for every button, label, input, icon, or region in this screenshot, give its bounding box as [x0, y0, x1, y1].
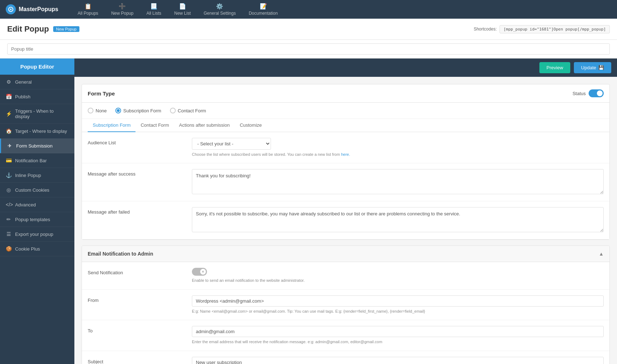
shortcode-value[interactable]: [mpp_popup id="1681"]Open popup[/mpp_pop… [499, 25, 610, 33]
nav-general-settings[interactable]: ⚙️ General Settings [198, 0, 241, 19]
sidebar-item-notification-bar[interactable]: 💳 Notification Bar [0, 153, 74, 168]
email-notification-section: Email Notification to Admin ▲ Send Notif… [82, 246, 610, 364]
sidebar-cookie-plus-label: Cookie Plus [15, 246, 40, 252]
nav-all-lists[interactable]: 📃 All Lists [141, 0, 167, 19]
message-failed-label: Message after failed [88, 207, 192, 215]
sidebar-item-form-submission[interactable]: ✈ Form Submission [0, 139, 74, 153]
popup-templates-icon: ✏ [6, 216, 11, 222]
from-input[interactable] [192, 295, 604, 307]
advanced-icon: </> [6, 202, 11, 207]
message-success-textarea[interactable] [192, 169, 604, 194]
to-input[interactable] [192, 326, 604, 337]
all-popups-icon: 📋 [84, 3, 92, 10]
sidebar-item-target[interactable]: 🏠 Target - Where to display [0, 124, 74, 139]
sidebar-item-advanced[interactable]: </> Advanced [0, 197, 74, 212]
tab-actions-after-submission[interactable]: Actions after submission [174, 119, 235, 132]
sidebar-item-triggers[interactable]: ⚡ Triggers - When to display [0, 104, 74, 124]
send-notification-hint: Enable to send an email notification to … [192, 278, 604, 283]
collapse-icon: ▲ [599, 251, 604, 257]
general-settings-icon: ⚙️ [216, 3, 223, 10]
update-label: Update [581, 65, 596, 70]
tab-customize[interactable]: Customize [235, 119, 267, 132]
sidebar-item-inline-popup[interactable]: ⚓ Inline Popup [0, 168, 74, 183]
status-area: Status [572, 89, 604, 97]
top-navigation: MasterPopups 📋 All Popups ➕ New Popup 📃 … [0, 0, 617, 19]
cookie-plus-icon: 🍪 [6, 246, 11, 252]
form-body: Audience List - Select your list - Choos… [82, 132, 609, 239]
nav-new-list-label: New List [174, 11, 191, 16]
general-icon: ⚙ [6, 79, 11, 85]
sidebar-triggers-label: Triggers - When to display [15, 108, 69, 119]
to-control: Enter the email address that will receiv… [192, 326, 604, 345]
to-label: To [88, 326, 192, 333]
message-failed-row: Message after failed [82, 201, 609, 239]
new-popup-badge[interactable]: New Popup [53, 26, 79, 32]
content-inner: Form Type Status None Subscription Form [74, 77, 617, 364]
sidebar: Popup Editor ⚙ General 📅 Publish ⚡ Trigg… [0, 59, 74, 364]
popup-title-input[interactable] [7, 43, 610, 55]
audience-list-hint: Choose the list where subscribed users w… [192, 152, 604, 157]
audience-list-control: - Select your list - Choose the list whe… [192, 138, 604, 157]
sidebar-item-publish[interactable]: 📅 Publish [0, 89, 74, 104]
from-hint: E:g: Name <email@gmail.com> or email@gma… [192, 309, 604, 314]
nav-new-list[interactable]: 📄 New List [169, 0, 197, 19]
page-header-left: Edit Popup New Popup [7, 24, 79, 34]
notification-bar-icon: 💳 [6, 158, 11, 163]
sidebar-notification-bar-label: Notification Bar [15, 158, 47, 163]
send-notification-control: Enable to send an email notification to … [192, 268, 604, 283]
sidebar-form-submission-label: Form Submission [16, 143, 52, 149]
tab-contact-form[interactable]: Contact Form [135, 119, 174, 132]
radio-none-label: None [96, 108, 107, 113]
triggers-icon: ⚡ [6, 111, 11, 117]
nav-new-popup[interactable]: ➕ New Popup [105, 0, 139, 19]
sidebar-item-export-popup[interactable]: ☰ Export your popup [0, 227, 74, 242]
preview-button[interactable]: Preview [539, 62, 570, 73]
radio-subscription-label: Subscription Form [123, 108, 161, 113]
collapsible-header[interactable]: Email Notification to Admin ▲ [82, 246, 609, 262]
subject-input[interactable] [192, 357, 604, 364]
nav-all-popups[interactable]: 📋 All Popups [72, 0, 104, 19]
sidebar-item-cookie-plus[interactable]: 🍪 Cookie Plus [0, 242, 74, 256]
app-logo: MasterPopups [6, 4, 63, 14]
shortcodes-label: Shortcodes: [474, 27, 497, 32]
nav-all-lists-label: All Lists [146, 11, 161, 16]
sidebar-export-popup-label: Export your popup [15, 232, 53, 237]
page-title: Edit Popup [7, 24, 49, 34]
sidebar-item-custom-cookies[interactable]: ◎ Custom Cookies [0, 183, 74, 197]
app-name: MasterPopups [19, 6, 58, 13]
sidebar-target-label: Target - Where to display [15, 129, 67, 134]
radio-contact-circle [170, 108, 176, 113]
status-toggle[interactable] [589, 89, 604, 97]
radio-none[interactable]: None [88, 108, 107, 113]
message-failed-textarea[interactable] [192, 207, 604, 232]
svg-point-1 [10, 9, 11, 10]
target-icon: 🏠 [6, 128, 11, 134]
content-area: Preview Update 💾 Form Type Status [74, 59, 617, 364]
tab-subscription-form[interactable]: Subscription Form [88, 119, 135, 132]
nav-documentation[interactable]: 📝 Documentation [243, 0, 284, 19]
radio-row: None Subscription Form Contact Form [82, 103, 609, 119]
from-row: From E:g: Name <email@gmail.com> or emai… [82, 290, 609, 320]
sidebar-publish-label: Publish [15, 94, 31, 99]
audience-list-hint-text: Choose the list where subscribed users w… [192, 152, 340, 157]
send-notification-toggle[interactable] [192, 268, 207, 276]
radio-contact[interactable]: Contact Form [170, 108, 206, 113]
audience-list-select[interactable]: - Select your list - [192, 138, 271, 150]
audience-list-label: Audience List [88, 138, 192, 145]
update-button[interactable]: Update 💾 [574, 62, 611, 73]
main-layout: Popup Editor ⚙ General 📅 Publish ⚡ Trigg… [0, 59, 617, 364]
status-label: Status [572, 91, 586, 96]
export-popup-icon: ☰ [6, 231, 11, 237]
radio-subscription[interactable]: Subscription Form [115, 108, 161, 113]
sidebar-item-general[interactable]: ⚙ General [0, 75, 74, 89]
sidebar-item-popup-templates[interactable]: ✏ Popup templates [0, 212, 74, 227]
audience-list-hint-link[interactable]: here. [341, 152, 350, 157]
audience-list-row: Audience List - Select your list - Choos… [82, 132, 609, 163]
all-lists-icon: 📃 [150, 3, 157, 10]
radio-contact-label: Contact Form [178, 108, 206, 113]
subject-label: Subject [88, 357, 192, 364]
nav-items: 📋 All Popups ➕ New Popup 📃 All Lists 📄 N… [72, 0, 284, 19]
send-notification-row: Send Notification Enable to send an emai… [82, 262, 609, 289]
nav-general-settings-label: General Settings [204, 11, 236, 16]
sidebar-header: Popup Editor [0, 59, 74, 75]
